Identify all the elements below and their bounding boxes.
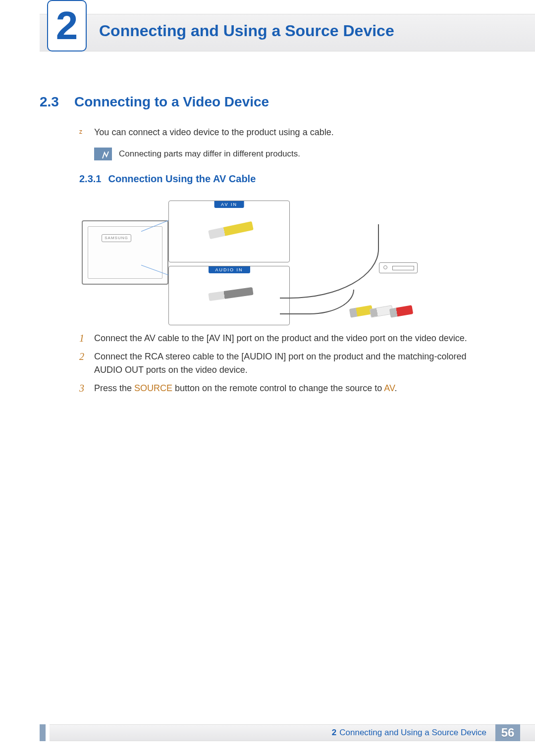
step-row: 2Connect the RCA stereo cable to the [AU… (79, 350, 495, 377)
audio-plug-icon (208, 287, 253, 301)
text-span: Connect the AV cable to the [AV IN] port… (94, 333, 467, 343)
rca-plugs (355, 307, 413, 318)
highlight-term: AV (384, 383, 394, 393)
yellow-plug-icon (208, 221, 254, 239)
footer-page-number: 56 (495, 724, 520, 741)
step-row: 3Press the SOURCE button on the remote c… (79, 382, 495, 395)
text-span: . (394, 383, 397, 393)
video-device-illustration (379, 262, 418, 273)
bullet-text: You can connect a video device to the pr… (94, 126, 334, 139)
monitor-back-illustration: SAMSUNG (82, 220, 168, 285)
subsection-title: Connection Using the AV Cable (108, 173, 256, 185)
audio-in-panel: AUDIO IN (168, 266, 290, 325)
footer-accent-bar (40, 724, 46, 741)
step-number: 1 (79, 332, 94, 345)
subsection-heading: 2.3.1 Connection Using the AV Cable (79, 173, 256, 185)
audio-in-label: AUDIO IN (208, 266, 250, 273)
bullet-row: z You can connect a video device to the … (79, 126, 495, 139)
brand-badge: SAMSUNG (102, 234, 131, 242)
step-text: Connect the AV cable to the [AV IN] port… (94, 332, 495, 345)
highlight-term: SOURCE (134, 383, 172, 393)
step-number: 2 (79, 350, 94, 363)
text-span: Connect the RCA stereo cable to the [AUD… (94, 352, 466, 375)
section-number: 2.3 (40, 94, 74, 110)
chapter-title: Connecting and Using a Source Device (99, 22, 394, 40)
steps-list: 1Connect the AV cable to the [AV IN] por… (79, 332, 495, 400)
step-text: Connect the RCA stereo cable to the [AUD… (94, 350, 495, 377)
subsection-number: 2.3.1 (79, 173, 101, 185)
page-footer: 2 Connecting and Using a Source Device 5… (50, 724, 535, 741)
footer-chapter-title: Connecting and Using a Source Device (339, 728, 486, 738)
rca-red-icon (389, 305, 413, 318)
cable-curve (280, 224, 379, 299)
footer-chapter-number: 2 (332, 728, 336, 738)
section-title: Connecting to a Video Device (74, 94, 269, 110)
note-row: Connecting parts may differ in different… (94, 148, 495, 160)
step-text: Press the SOURCE button on the remote co… (94, 382, 495, 395)
bullet-icon: z (79, 126, 94, 135)
connection-diagram: SAMSUNG AV IN AUDIO IN (82, 196, 418, 327)
note-text: Connecting parts may differ in different… (119, 149, 300, 159)
step-number: 3 (79, 382, 94, 395)
text-span: Press the (94, 383, 134, 393)
chapter-number: 2 (56, 6, 78, 46)
intro-block: z You can connect a video device to the … (79, 126, 495, 160)
cable-curve (280, 290, 354, 314)
text-span: button on the remote control to change t… (172, 383, 384, 393)
note-icon (94, 148, 112, 160)
av-in-panel: AV IN (168, 201, 290, 262)
chapter-number-badge: 2 (47, 0, 87, 51)
av-in-label: AV IN (214, 201, 244, 208)
step-row: 1Connect the AV cable to the [AV IN] por… (79, 332, 495, 345)
section-heading: 2.3 Connecting to a Video Device (40, 94, 495, 110)
